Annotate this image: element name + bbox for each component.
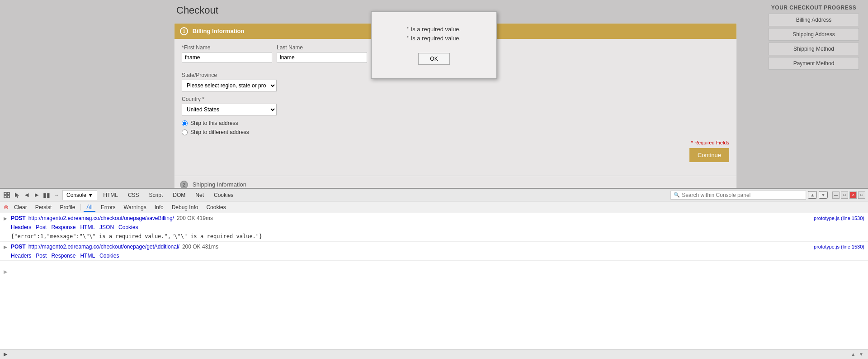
devtools-back-icon[interactable]: ◀ [23,191,31,199]
devtools-minimize-btn[interactable]: — [832,191,840,199]
first-name-group: *First Name [182,44,272,63]
continue-button[interactable]: Continue [689,148,729,162]
log-headers-2[interactable]: Headers [11,253,31,259]
ship-to-this-label: Ship to this address [190,120,238,126]
ship-to-this-option[interactable]: Ship to this address [182,120,729,126]
ship-to-this-radio[interactable] [182,120,188,126]
scroll-up-arrow[interactable]: ▲ [850,352,856,357]
last-name-label: Last Name [277,44,367,51]
last-name-input[interactable] [277,52,367,63]
log-cookies-1[interactable]: Cookies [118,224,138,230]
console-sub-toolbar: ⊗ Clear Persist Profile All Errors Warni… [0,201,868,213]
search-down-btn[interactable]: ▼ [819,191,828,199]
progress-shipping-address: Shipping Address [769,28,859,41]
log-row-1[interactable]: ▶ POST http://magento2.edreamag.co/check… [0,213,868,223]
persist-button[interactable]: Persist [33,203,55,211]
tab-dom[interactable]: DOM [169,190,189,200]
log-sub-row-1: Headers Post Response HTML JSON Cookies [0,223,868,231]
cookies-filter-button[interactable]: Cookies [203,203,228,211]
bottom-text [10,352,11,357]
tab-css[interactable]: CSS [124,190,143,200]
bottom-icons: ▲ ▼ [850,352,864,357]
log-html-2[interactable]: HTML [80,253,95,259]
state-select[interactable]: Please select region, state or province [182,80,277,91]
scroll-down-arrow[interactable]: ▼ [858,352,864,357]
devtools-break-icon[interactable]: ▮▮ [42,191,51,199]
log-status-2: 200 OK 431ms [182,244,218,250]
log-row-2[interactable]: ▶ POST http://magento2.edreamag.co/check… [0,242,868,252]
log-expand-2[interactable]: ▶ [4,244,8,249]
clear-button[interactable]: Clear [11,203,30,211]
devtools-maximize-btn[interactable]: □ [841,191,848,199]
console-output: ▶ POST http://magento2.edreamag.co/check… [0,213,868,349]
all-filter-button[interactable]: All [84,203,95,212]
tab-console[interactable]: Console ▼ [62,190,97,200]
log-html-1[interactable]: HTML [80,224,95,230]
log-post-1[interactable]: Post [36,224,47,230]
devtools-forward-icon[interactable]: ▶ [33,191,41,199]
checkout-progress: YOUR CHECKOUT PROGRESS Billing Address S… [769,5,859,72]
svg-rect-2 [4,196,6,198]
console-search-input[interactable] [682,192,803,198]
billing-section-label: Billing Information [193,28,245,34]
ship-to-different-option[interactable]: Ship to different address [182,129,729,135]
log-data-1: {"error":1,"message":"\"\" is a required… [0,231,868,241]
bottom-expand-icon[interactable]: ▶ [4,351,7,357]
tab-script[interactable]: Script [145,190,167,200]
log-json-1[interactable]: JSON [99,224,114,230]
log-source-1[interactable]: prototype.js (line 1530) [814,215,864,221]
log-expand-1[interactable]: ▶ [4,216,8,221]
devtools-cursor-icon[interactable] [13,191,21,199]
log-url-2: http://magento2.edreamag.co/checkout/one… [28,244,179,250]
tab-html[interactable]: HTML [99,190,122,200]
country-label: Country * [182,96,729,102]
devtools-undock-btn[interactable]: □ [858,191,865,199]
svg-rect-1 [7,192,9,195]
progress-title: YOUR CHECKOUT PROGRESS [769,5,859,11]
devtools-bottom-bar: ▶ ▲ ▼ [0,349,868,359]
devtools-step-icon[interactable]: → [52,191,61,199]
warnings-filter-button[interactable]: Warnings [121,203,149,211]
debug-info-filter-button[interactable]: Debug Info [169,203,201,211]
log-entry-1: ▶ POST http://magento2.edreamag.co/check… [0,213,868,242]
devtools-inspect-icon[interactable] [3,191,11,199]
log-headers-1[interactable]: Headers [11,224,31,230]
country-select[interactable]: United States [182,104,277,115]
progress-payment: Payment Method [769,57,859,70]
svg-rect-0 [4,192,6,195]
search-icon: 🔍 [674,192,680,198]
search-up-btn[interactable]: ▲ [808,191,817,199]
modal-message-1: '' is a required value. [390,26,478,33]
profile-button[interactable]: Profile [57,203,78,211]
log-cookies-2[interactable]: Cookies [99,253,119,259]
log-source-2[interactable]: prototype.js (line 1530) [814,244,864,249]
error-indicator-icon: ⊗ [4,204,9,211]
billing-section-number: 1 [180,27,188,35]
ship-to-different-radio[interactable] [182,129,188,135]
toolbar-divider [80,204,81,211]
first-name-label: *First Name [182,44,272,51]
devtools-close-btn[interactable]: ✕ [849,191,857,199]
log-response-1[interactable]: Response [51,224,75,230]
log-method-2: POST [11,244,26,250]
modal-dialog: '' is a required value. '' is a required… [371,11,497,79]
log-entry-2: ▶ POST http://magento2.edreamag.co/check… [0,242,868,260]
errors-filter-button[interactable]: Errors [98,203,118,211]
tab-cookies[interactable]: Cookies [210,190,237,200]
tab-net[interactable]: Net [191,190,208,200]
console-prompt-icon: ▶ [4,269,7,275]
log-post-2[interactable]: Post [36,253,47,259]
log-response-2[interactable]: Response [51,253,75,259]
log-url-1: http://magento2.edreamag.co/checkout/one… [28,215,174,221]
modal-ok-button[interactable]: OK [418,53,449,65]
info-filter-button[interactable]: Info [152,203,166,211]
progress-shipping-method: Shipping Method [769,43,859,55]
devtools-tabs-bar: ◀ ▶ ▮▮ → Console ▼ HTML CSS Script DOM N… [0,189,868,201]
first-name-input[interactable] [182,52,272,63]
log-sub-row-2: Headers Post Response HTML Cookies [0,252,868,260]
country-group: Country * United States [182,96,729,115]
console-search-box: 🔍 [670,191,806,200]
required-note: * Required Fields [182,140,729,145]
log-status-1: 200 OK 419ms [177,215,213,221]
devtools-window-controls: — □ ✕ □ [832,191,865,199]
